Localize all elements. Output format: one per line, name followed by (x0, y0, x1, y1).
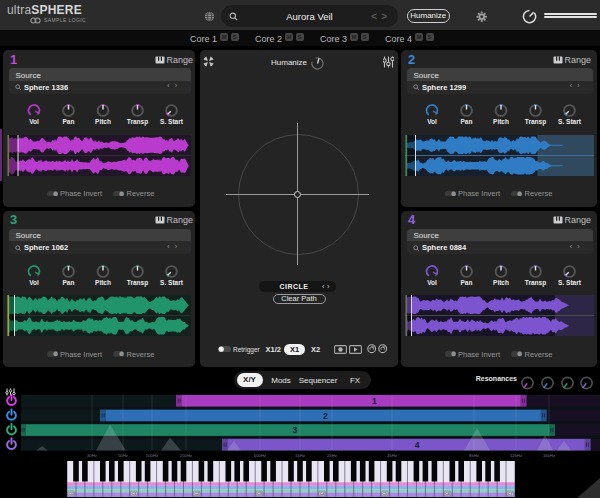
svg-text:C5: C5 (382, 492, 387, 496)
svg-text:C1: C1 (131, 492, 136, 496)
svg-text:C2: C2 (194, 492, 199, 496)
svg-text:8kHz: 8kHz (469, 453, 479, 458)
svg-text:30Hz: 30Hz (87, 453, 97, 458)
svg-text:600Hz: 600Hz (254, 453, 266, 458)
svg-text:100Hz: 100Hz (146, 453, 158, 458)
svg-text:16kHz: 16kHz (543, 453, 555, 458)
svg-text:1: 1 (372, 396, 377, 406)
svg-text:12kHz: 12kHz (510, 453, 522, 458)
svg-text:C6: C6 (445, 492, 450, 496)
svg-text:4: 4 (415, 440, 420, 450)
svg-text:4kHz: 4kHz (387, 453, 397, 458)
svg-text:3: 3 (293, 425, 298, 435)
svg-text:200Hz: 200Hz (180, 453, 192, 458)
svg-text:1kHz: 1kHz (295, 453, 305, 458)
svg-text:C0: C0 (69, 492, 74, 496)
svg-text:C7: C7 (508, 492, 513, 496)
svg-text:C3: C3 (257, 492, 262, 496)
svg-text:2kHz: 2kHz (327, 453, 337, 458)
svg-text:2: 2 (323, 411, 328, 421)
svg-text:50Hz: 50Hz (118, 453, 128, 458)
svg-text:C4: C4 (320, 492, 325, 496)
